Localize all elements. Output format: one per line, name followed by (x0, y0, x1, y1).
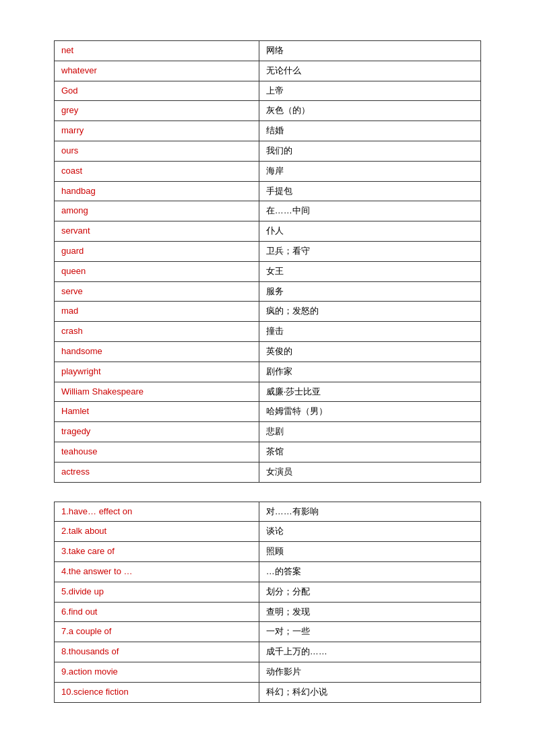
table-row: ours我们的 (55, 141, 481, 161)
chinese-translation: 女演员 (259, 462, 480, 482)
english-word: net (55, 41, 259, 61)
english-phrase: 5.divide up (55, 582, 259, 602)
phrase-table: 1.have… effect on对……有影响2.talk about谈论3.t… (54, 502, 481, 703)
table-row: God上帝 (55, 81, 481, 101)
chinese-translation: 疯的；发怒的 (259, 302, 480, 322)
chinese-translation: 仆人 (259, 221, 480, 242)
english-phrase: 9.action movie (55, 662, 259, 682)
english-word: actress (55, 462, 259, 482)
english-phrase: 7.a couple of (55, 622, 259, 642)
table-row: handbag手提包 (55, 181, 481, 201)
table-row: 3.take care of 照顾 (55, 542, 481, 562)
table-row: crash撞击 (55, 322, 481, 342)
english-word: coast (55, 161, 259, 181)
chinese-translation: 卫兵；看守 (259, 241, 480, 261)
vocab-table: net网络whatever无论什么God上帝grey灰色（的）marry结婚ou… (54, 40, 481, 483)
table-row: 5.divide up划分；分配 (55, 582, 481, 602)
english-word: mad (55, 302, 259, 322)
english-word: playwright (55, 362, 259, 382)
english-word: God (55, 81, 259, 101)
table-row: whatever无论什么 (55, 61, 481, 81)
english-word: whatever (55, 61, 259, 81)
table-row: 6.find out查明；发现 (55, 602, 481, 622)
english-phrase: 6.find out (55, 602, 259, 622)
english-phrase: 1.have… effect on (55, 502, 259, 522)
chinese-translation: 撞击 (259, 322, 480, 342)
english-word: queen (55, 261, 259, 281)
chinese-translation: 划分；分配 (259, 582, 480, 602)
chinese-translation: 海岸 (259, 161, 480, 181)
chinese-translation: 动作影片 (259, 662, 480, 682)
table-row: tragedy悲剧 (55, 422, 481, 442)
english-word: handbag (55, 181, 259, 201)
chinese-translation: 哈姆雷特（男） (259, 402, 480, 422)
table-row: mad疯的；发怒的 (55, 302, 481, 322)
table-row: coast海岸 (55, 161, 481, 181)
table-row: teahouse茶馆 (55, 442, 481, 462)
table-row: actress女演员 (55, 462, 481, 482)
english-word: guard (55, 241, 259, 261)
chinese-translation: 科幻；科幻小说 (259, 682, 480, 702)
chinese-translation: 成千上万的…… (259, 642, 480, 662)
chinese-translation: 手提包 (259, 181, 480, 201)
table-row: 4.the answer to ……的答案 (55, 561, 481, 582)
table-row: net网络 (55, 41, 481, 61)
chinese-translation: 照顾 (259, 542, 480, 562)
chinese-translation: 网络 (259, 41, 480, 61)
table-row: 8.thousands of成千上万的…… (55, 642, 481, 662)
english-phrase: 3.take care of (55, 542, 259, 562)
chinese-translation: 结婚 (259, 121, 480, 141)
table-row: 1.have… effect on对……有影响 (55, 502, 481, 522)
table-row: queen女王 (55, 261, 481, 281)
chinese-translation: 茶馆 (259, 442, 480, 462)
table-row: 9.action movie动作影片 (55, 662, 481, 682)
table-row: Hamlet哈姆雷特（男） (55, 402, 481, 422)
english-phrase: 4.the answer to … (55, 561, 259, 582)
english-word: handsome (55, 341, 259, 362)
english-word: Hamlet (55, 402, 259, 422)
table-row: William Shakespeare威廉·莎士比亚 (55, 382, 481, 402)
table-row: 7.a couple of一对；一些 (55, 622, 481, 642)
chinese-translation: 上帝 (259, 81, 480, 101)
chinese-translation: 威廉·莎士比亚 (259, 382, 480, 402)
table-row: serve服务 (55, 281, 481, 302)
english-word: tragedy (55, 422, 259, 442)
chinese-translation: 一对；一些 (259, 622, 480, 642)
chinese-translation: 我们的 (259, 141, 480, 161)
chinese-translation: 悲剧 (259, 422, 480, 442)
chinese-translation: 无论什么 (259, 61, 480, 81)
chinese-translation: 在……中间 (259, 201, 480, 221)
english-word: marry (55, 121, 259, 141)
english-word: servant (55, 221, 259, 242)
chinese-translation: 英俊的 (259, 341, 480, 362)
chinese-translation: 女王 (259, 261, 480, 281)
english-word: among (55, 201, 259, 221)
english-phrase: 2.talk about (55, 522, 259, 542)
chinese-translation: 对……有影响 (259, 502, 480, 522)
english-word: crash (55, 322, 259, 342)
chinese-translation: 服务 (259, 281, 480, 302)
english-phrase: 8.thousands of (55, 642, 259, 662)
table-row: servant仆人 (55, 221, 481, 242)
table-row: marry结婚 (55, 121, 481, 141)
chinese-translation: …的答案 (259, 561, 480, 582)
chinese-translation: 谈论 (259, 522, 480, 542)
english-word: grey (55, 101, 259, 121)
table-row: grey灰色（的） (55, 101, 481, 121)
table-row: 10.science fiction 科幻；科幻小说 (55, 682, 481, 702)
english-word: serve (55, 281, 259, 302)
english-phrase: 10.science fiction (55, 682, 259, 702)
table-row: guard卫兵；看守 (55, 241, 481, 261)
table-row: among在……中间 (55, 201, 481, 221)
table-row: handsome英俊的 (55, 341, 481, 362)
english-word: ours (55, 141, 259, 161)
table-row: 2.talk about谈论 (55, 522, 481, 542)
chinese-translation: 剧作家 (259, 362, 480, 382)
chinese-translation: 灰色（的） (259, 101, 480, 121)
english-word: teahouse (55, 442, 259, 462)
chinese-translation: 查明；发现 (259, 602, 480, 622)
english-word: William Shakespeare (55, 382, 259, 402)
table-row: playwright剧作家 (55, 362, 481, 382)
